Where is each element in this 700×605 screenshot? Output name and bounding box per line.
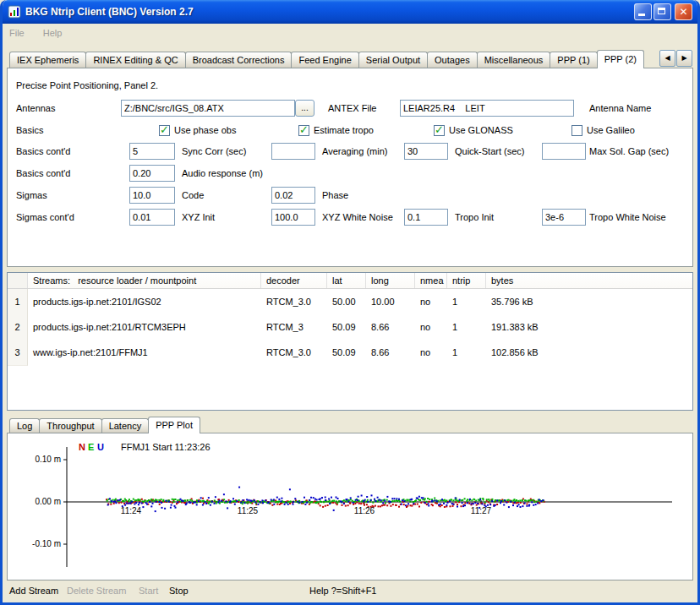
- quick-start-label: Quick-Start (sec): [455, 142, 525, 161]
- sigmas-contd-label: Sigmas cont'd: [16, 208, 74, 226]
- estimate-tropo-checkbox[interactable]: Estimate tropo: [298, 123, 374, 137]
- stream-lat: 50.09: [327, 314, 366, 341]
- tab-broadcast-corrections[interactable]: Broadcast Corrections: [185, 52, 293, 68]
- tab-ppp-plot[interactable]: PPP Plot: [148, 417, 200, 433]
- close-icon: ✕: [675, 5, 692, 19]
- antennas-row: Antennas ... ANTEX File Antenna Name: [8, 99, 692, 117]
- tab-outages[interactable]: Outages: [427, 52, 478, 68]
- arrow-right-icon: ▶: [681, 54, 686, 62]
- sync-corr-input[interactable]: [129, 143, 175, 160]
- xtick-1126: 11:26: [347, 506, 381, 515]
- basics-contd-label: Basics cont'd: [16, 142, 70, 161]
- menu-file[interactable]: File: [9, 28, 25, 38]
- maximize-button[interactable]: [654, 3, 671, 20]
- stream-row-2[interactable]: 2 products.igs-ip.net:2101/RTCM3EPH RTCM…: [8, 314, 692, 340]
- sigma-code-input[interactable]: [129, 187, 175, 204]
- tab-ppp-2[interactable]: PPP (2): [597, 50, 644, 68]
- xtick-1125: 11:25: [231, 506, 265, 515]
- stream-bytes: 191.383 kB: [486, 314, 692, 341]
- checkbox-label: Use phase obs: [174, 125, 236, 135]
- tab-miscellaneous[interactable]: Miscellaneous: [477, 52, 551, 68]
- stream-decoder: RTCM_3.0: [261, 289, 327, 315]
- help-label: Help ?=Shift+F1: [309, 580, 377, 601]
- header-mountpoint[interactable]: Streams: resource loader / mountpoint: [28, 273, 261, 288]
- xyz-init-label: XYZ Init: [182, 208, 215, 226]
- tab-latency[interactable]: Latency: [101, 418, 150, 433]
- sigma-phase-input[interactable]: [271, 187, 315, 204]
- antex-browse-button[interactable]: ...: [295, 100, 314, 117]
- legend-u: U: [97, 442, 104, 452]
- tab-log[interactable]: Log: [9, 418, 40, 433]
- use-galileo-checkbox[interactable]: Use Galileo: [571, 123, 635, 137]
- stop-button[interactable]: Stop: [169, 580, 189, 601]
- header-lat[interactable]: lat: [327, 273, 366, 288]
- checkbox-box: [434, 125, 445, 136]
- sigma-phase-label: Phase: [322, 186, 348, 204]
- tab-scroll-right-button[interactable]: ▶: [676, 50, 692, 67]
- header-ntrip[interactable]: ntrip: [447, 273, 486, 288]
- max-sol-gap-input[interactable]: [542, 143, 586, 160]
- basics-contd2-label: Basics cont'd: [16, 164, 70, 183]
- use-phase-obs-checkbox[interactable]: Use phase obs: [159, 123, 236, 137]
- audio-response-input[interactable]: [129, 165, 175, 182]
- tab-rinex-editing-qc[interactable]: RINEX Editing & QC: [85, 52, 185, 68]
- ytick-010: 0.10 m: [14, 455, 61, 464]
- tab-ppp-1[interactable]: PPP (1): [550, 52, 597, 68]
- tab-throughput[interactable]: Throughput: [39, 418, 101, 433]
- stream-bytes: 102.856 kB: [486, 340, 692, 366]
- window-title: BKG Ntrip Client (BNC) Version 2.7: [25, 6, 194, 18]
- header-decoder[interactable]: decoder: [261, 273, 327, 288]
- app-window: BKG Ntrip Client (BNC) Version 2.7 ✕ Fil…: [0, 0, 700, 605]
- header-nmea[interactable]: nmea: [415, 273, 447, 288]
- stream-decoder: RTCM_3.0: [261, 340, 327, 366]
- legend-e: E: [88, 442, 94, 452]
- statusbar: Add Stream Delete Stream Start Stop Help…: [3, 580, 697, 602]
- ytick-000: 0.00 m: [14, 497, 61, 506]
- stream-ntrip: 1: [447, 289, 486, 315]
- delete-stream-button[interactable]: Delete Stream: [67, 580, 126, 601]
- legend-n: N: [79, 442, 85, 452]
- app-icon: [8, 5, 21, 19]
- stream-lat: 50.00: [327, 289, 366, 315]
- ytick-neg010: -0.10 m: [14, 539, 61, 548]
- stream-ntrip: 1: [447, 340, 486, 366]
- xyz-white-noise-input[interactable]: [271, 209, 315, 226]
- stream-long: 10.00: [366, 289, 415, 315]
- titlebar: BKG Ntrip Client (BNC) Version 2.7 ✕: [3, 0, 697, 24]
- header-bytes[interactable]: bytes: [486, 273, 692, 288]
- streams-table: Streams: resource loader / mountpoint de…: [7, 272, 693, 411]
- audio-response-label: Audio response (m): [182, 164, 263, 183]
- stream-row-3[interactable]: 3 www.igs-ip.net:2101/FFMJ1 RTCM_3.0 50.…: [8, 340, 692, 365]
- menu-help[interactable]: Help: [43, 28, 63, 38]
- tab-serial-output[interactable]: Serial Output: [358, 52, 428, 68]
- close-button[interactable]: ✕: [675, 3, 692, 20]
- checkbox-box: [298, 125, 309, 136]
- tab-scroll-left-button[interactable]: ◀: [659, 50, 675, 67]
- antenna-name-input[interactable]: [400, 100, 574, 117]
- plot-title: FFMJ1 Start 11:23:26: [121, 442, 211, 452]
- tropo-white-noise-input[interactable]: [542, 209, 586, 226]
- quick-start-input[interactable]: [404, 143, 448, 160]
- averaging-input[interactable]: [271, 143, 315, 160]
- minimize-button[interactable]: [634, 3, 652, 20]
- tab-rinex-ephemeris[interactable]: IEX Ephemeris: [9, 52, 86, 68]
- use-glonass-checkbox[interactable]: Use GLONASS: [434, 123, 513, 137]
- add-stream-button[interactable]: Add Stream: [9, 580, 58, 601]
- xyz-init-input[interactable]: [129, 209, 175, 226]
- checkbox-label: Estimate tropo: [314, 125, 374, 135]
- bottom-tabbar: Log Throughput Latency PPP Plot: [3, 416, 697, 433]
- ppp-plot-panel: N E U FFMJ1 Start 11:23:26 0.10 m 0.00 m…: [7, 433, 693, 580]
- stream-decoder: RTCM_3: [261, 314, 327, 341]
- averaging-label: Averaging (min): [322, 142, 387, 161]
- stream-row-1[interactable]: 1 products.igs-ip.net:2101/IGS02 RTCM_3.…: [8, 289, 692, 314]
- tab-feed-engine[interactable]: Feed Engine: [291, 52, 358, 68]
- checkbox-label: Use GLONASS: [449, 125, 513, 135]
- sigma-code-label: Code: [182, 186, 204, 204]
- tropo-init-input[interactable]: [404, 209, 448, 226]
- antex-file-input[interactable]: [121, 100, 295, 117]
- stream-mountpoint: products.igs-ip.net:2101/RTCM3EPH: [28, 314, 261, 341]
- header-long[interactable]: long: [366, 273, 415, 288]
- sigmas-contd-row: Sigmas cont'd XYZ Init XYZ White Noise T…: [8, 208, 692, 226]
- streams-header-row: Streams: resource loader / mountpoint de…: [8, 273, 692, 289]
- start-button[interactable]: Start: [139, 580, 158, 601]
